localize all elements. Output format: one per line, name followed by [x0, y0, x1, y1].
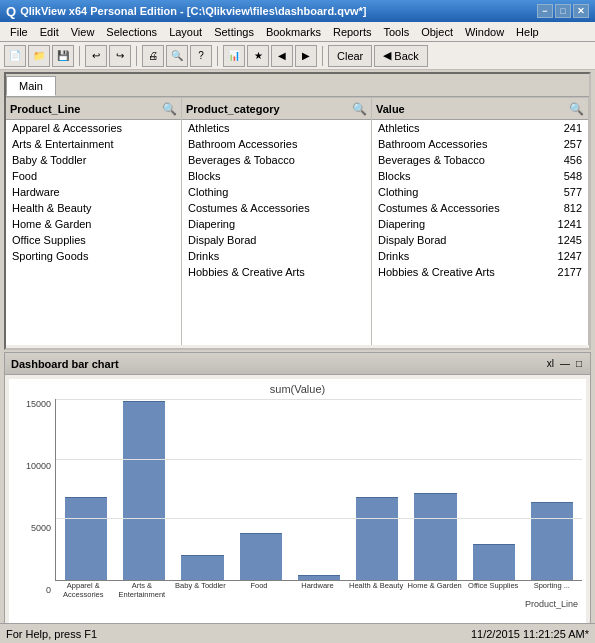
value-row[interactable]: Blocks548	[372, 168, 588, 184]
bar-group	[58, 399, 114, 580]
list-item[interactable]: Clothing	[182, 184, 371, 200]
value-row[interactable]: Clothing577	[372, 184, 588, 200]
bar-group	[233, 399, 289, 580]
value-search-icon[interactable]: 🔍	[569, 102, 584, 116]
list-item[interactable]: Health & Beauty	[6, 200, 181, 216]
product-category-header: Product_category 🔍	[182, 98, 371, 120]
bar-group	[291, 399, 347, 580]
chart-minimize-button[interactable]: —	[558, 358, 572, 369]
list-item[interactable]: Bathroom Accessories	[182, 136, 371, 152]
chart-title-bar: Dashboard bar chart xl — □	[5, 353, 590, 375]
save-button[interactable]: 💾	[52, 45, 74, 67]
next-button[interactable]: ▶	[295, 45, 317, 67]
tab-main[interactable]: Main	[6, 76, 56, 96]
toolbar: 📄 📁 💾 ↩ ↪ 🖨 🔍 ? 📊 ★ ◀ ▶ Clear ◀ Back	[0, 42, 595, 70]
value-row[interactable]: Dispaly Borad1245	[372, 232, 588, 248]
list-item[interactable]: Office Supplies	[6, 232, 181, 248]
window-controls[interactable]: − □ ✕	[537, 4, 589, 18]
menu-file[interactable]: File	[4, 24, 34, 40]
value-row[interactable]: Diapering1241	[372, 216, 588, 232]
list-item[interactable]: Diapering	[182, 216, 371, 232]
new-button[interactable]: 📄	[4, 45, 26, 67]
back-button[interactable]: ◀ Back	[374, 45, 427, 67]
list-item[interactable]: Sporting Goods	[6, 248, 181, 264]
bar-group	[116, 399, 172, 580]
list-item[interactable]: Athletics	[182, 120, 371, 136]
bar	[356, 497, 398, 580]
chart-content: 15000 10000 5000 0	[13, 399, 582, 609]
list-item[interactable]: Beverages & Tobacco	[182, 152, 371, 168]
menu-selections[interactable]: Selections	[100, 24, 163, 40]
redo-button[interactable]: ↪	[109, 45, 131, 67]
menu-bookmarks[interactable]: Bookmarks	[260, 24, 327, 40]
product-category-list[interactable]: Athletics Bathroom Accessories Beverages…	[182, 120, 371, 345]
list-item[interactable]: Hardware	[6, 184, 181, 200]
menu-help[interactable]: Help	[510, 24, 545, 40]
print-button[interactable]: 🖨	[142, 45, 164, 67]
product-line-list[interactable]: Apparel & Accessories Arts & Entertainme…	[6, 120, 181, 345]
value-row[interactable]: Beverages & Tobacco456	[372, 152, 588, 168]
x-axis-title: Product_Line	[55, 599, 582, 609]
search-button[interactable]: 🔍	[166, 45, 188, 67]
list-item[interactable]: Arts & Entertainment	[6, 136, 181, 152]
value-header: Value 🔍	[372, 98, 588, 120]
menu-edit[interactable]: Edit	[34, 24, 65, 40]
bar	[123, 401, 165, 580]
bar	[414, 493, 456, 580]
status-bar: For Help, press F1 11/2/2015 11:21:25 AM…	[0, 623, 595, 643]
list-item[interactable]: Apparel & Accessories	[6, 120, 181, 136]
product-line-search-icon[interactable]: 🔍	[162, 102, 177, 116]
x-label: Sporting ...	[524, 581, 581, 599]
value-title: Value	[376, 103, 405, 115]
menu-view[interactable]: View	[65, 24, 101, 40]
help-button[interactable]: ?	[190, 45, 212, 67]
chart-maximize-button[interactable]: □	[574, 358, 584, 369]
list-item[interactable]: Costumes & Accessories	[182, 200, 371, 216]
x-label: Hardware	[289, 581, 346, 599]
clear-button[interactable]: Clear	[328, 45, 372, 67]
list-item[interactable]: Baby & Toddler	[6, 152, 181, 168]
chart-button[interactable]: 📊	[223, 45, 245, 67]
undo-button[interactable]: ↩	[85, 45, 107, 67]
value-row[interactable]: Costumes & Accessories812	[372, 200, 588, 216]
bar-group	[349, 399, 405, 580]
value-list[interactable]: Athletics241 Bathroom Accessories257 Bev…	[372, 120, 588, 345]
sep-4	[322, 46, 323, 66]
product-category-search-icon[interactable]: 🔍	[352, 102, 367, 116]
menu-object[interactable]: Object	[415, 24, 459, 40]
minimize-button[interactable]: −	[537, 4, 553, 18]
list-item[interactable]: Drinks	[182, 248, 371, 264]
menu-layout[interactable]: Layout	[163, 24, 208, 40]
list-item[interactable]: Blocks	[182, 168, 371, 184]
menu-reports[interactable]: Reports	[327, 24, 378, 40]
list-item[interactable]: Home & Garden	[6, 216, 181, 232]
list-item[interactable]: Dispaly Borad	[182, 232, 371, 248]
value-row[interactable]: Drinks1247	[372, 248, 588, 264]
bar-group	[524, 399, 580, 580]
title-bar: Q QlikView x64 Personal Edition - [C:\Ql…	[0, 0, 595, 22]
prev-button[interactable]: ◀	[271, 45, 293, 67]
app-icon: Q	[6, 4, 16, 19]
product-line-header: Product_Line 🔍	[6, 98, 181, 120]
open-button[interactable]: 📁	[28, 45, 50, 67]
menu-settings[interactable]: Settings	[208, 24, 260, 40]
list-item[interactable]: Hobbies & Creative Arts	[182, 264, 371, 280]
chart-controls[interactable]: xl — □	[545, 358, 584, 369]
star-button[interactable]: ★	[247, 45, 269, 67]
list-item[interactable]: Food	[6, 168, 181, 184]
maximize-button[interactable]: □	[555, 4, 571, 18]
bars-container: Apparel &Accessories Arts & Entertainmen…	[55, 399, 582, 609]
bar-group	[174, 399, 230, 580]
product-category-title: Product_category	[186, 103, 280, 115]
menu-bar: File Edit View Selections Layout Setting…	[0, 22, 595, 42]
chart-xl-button[interactable]: xl	[545, 358, 556, 369]
value-row[interactable]: Bathroom Accessories257	[372, 136, 588, 152]
chart-subtitle: sum(Value)	[13, 383, 582, 395]
menu-tools[interactable]: Tools	[377, 24, 415, 40]
value-row[interactable]: Athletics241	[372, 120, 588, 136]
menu-window[interactable]: Window	[459, 24, 510, 40]
y-label: 0	[46, 585, 51, 595]
value-row[interactable]: Hobbies & Creative Arts2177	[372, 264, 588, 280]
y-label: 15000	[26, 399, 51, 409]
close-button[interactable]: ✕	[573, 4, 589, 18]
